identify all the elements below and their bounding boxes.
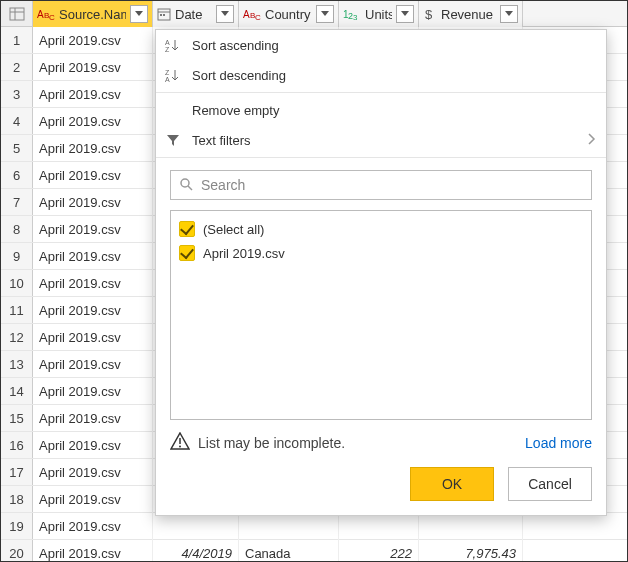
column-header-source-name[interactable]: ABC Source.Name xyxy=(33,1,153,27)
row-number[interactable]: 5 xyxy=(1,135,33,161)
cell-units[interactable] xyxy=(339,513,419,540)
cell-source[interactable]: April 2019.csv xyxy=(33,513,153,540)
svg-marker-15 xyxy=(321,11,329,16)
text-type-icon: ABC xyxy=(243,7,261,21)
row-number[interactable]: 17 xyxy=(1,459,33,485)
cell-source[interactable]: April 2019.csv xyxy=(33,297,153,324)
cell-source[interactable]: April 2019.csv xyxy=(33,27,153,54)
svg-rect-10 xyxy=(163,14,165,16)
text-filters-item[interactable]: Text filters xyxy=(156,125,606,155)
filter-value-row[interactable]: April 2019.csv xyxy=(179,241,583,265)
ok-button[interactable]: OK xyxy=(410,467,494,501)
cell-source[interactable]: April 2019.csv xyxy=(33,243,153,270)
chevron-down-icon xyxy=(221,11,229,17)
svg-point-27 xyxy=(181,179,189,187)
column-header-country[interactable]: ABC Country xyxy=(239,1,339,27)
cell-source[interactable]: April 2019.csv xyxy=(33,540,153,562)
svg-line-28 xyxy=(188,186,192,190)
cell-country[interactable] xyxy=(239,513,339,540)
check-label: (Select all) xyxy=(203,222,264,237)
load-more-link[interactable]: Load more xyxy=(525,435,592,451)
cell-source[interactable]: April 2019.csv xyxy=(33,486,153,513)
cell-source[interactable]: April 2019.csv xyxy=(33,351,153,378)
svg-marker-26 xyxy=(167,135,179,146)
row-number[interactable]: 3 xyxy=(1,81,33,107)
sort-descending-item[interactable]: ZA Sort descending xyxy=(156,60,606,90)
row-number[interactable]: 13 xyxy=(1,351,33,377)
filter-dropdown-panel: AZ Sort ascending ZA Sort descending Rem… xyxy=(155,29,607,516)
currency-type-icon: $ xyxy=(423,7,437,21)
cell-source[interactable]: April 2019.csv xyxy=(33,162,153,189)
cell-revenue[interactable] xyxy=(419,513,523,540)
row-number[interactable]: 9 xyxy=(1,243,33,269)
select-all-row[interactable]: (Select all) xyxy=(179,217,583,241)
cell-source[interactable]: April 2019.csv xyxy=(33,54,153,81)
cell-date[interactable]: 4/4/2019 xyxy=(153,540,239,562)
row-number[interactable]: 11 xyxy=(1,297,33,323)
chevron-down-icon xyxy=(135,11,143,17)
cell-units[interactable]: 222 xyxy=(339,540,419,562)
warning-icon xyxy=(170,432,190,453)
svg-rect-9 xyxy=(160,14,162,16)
filter-dropdown-button[interactable] xyxy=(316,5,334,23)
svg-text:A: A xyxy=(243,9,250,20)
column-header-revenue[interactable]: $ Revenue xyxy=(419,1,523,27)
row-number[interactable]: 4 xyxy=(1,108,33,134)
row-number[interactable]: 7 xyxy=(1,189,33,215)
svg-point-31 xyxy=(179,446,181,448)
cell-country[interactable]: Canada xyxy=(239,540,339,562)
cell-source[interactable]: April 2019.csv xyxy=(33,135,153,162)
search-input[interactable] xyxy=(199,176,583,194)
cell-source[interactable]: April 2019.csv xyxy=(33,324,153,351)
cell-source[interactable]: April 2019.csv xyxy=(33,459,153,486)
cell-revenue[interactable]: 7,975.43 xyxy=(419,540,523,562)
cell-source[interactable]: April 2019.csv xyxy=(33,405,153,432)
corner-header[interactable] xyxy=(1,1,33,26)
row-number[interactable]: 19 xyxy=(1,513,33,539)
column-label: Country xyxy=(265,7,312,22)
search-icon xyxy=(179,177,193,194)
cell-source[interactable]: April 2019.csv xyxy=(33,216,153,243)
row-number[interactable]: 10 xyxy=(1,270,33,296)
svg-marker-6 xyxy=(135,11,143,16)
text-type-icon: ABC xyxy=(37,7,55,21)
filter-dropdown-button[interactable] xyxy=(396,5,414,23)
row-number[interactable]: 12 xyxy=(1,324,33,350)
checkbox-checked-icon[interactable] xyxy=(179,245,195,261)
cell-source[interactable]: April 2019.csv xyxy=(33,432,153,459)
remove-empty-item[interactable]: Remove empty xyxy=(156,95,606,125)
dialog-buttons: OK Cancel xyxy=(170,467,592,501)
row-number[interactable]: 15 xyxy=(1,405,33,431)
cancel-button[interactable]: Cancel xyxy=(508,467,592,501)
menu-label: Remove empty xyxy=(192,103,279,118)
warning-text: List may be incomplete. xyxy=(198,435,345,451)
row-number[interactable]: 20 xyxy=(1,540,33,562)
chevron-down-icon xyxy=(321,11,329,17)
row-number[interactable]: 1 xyxy=(1,27,33,53)
cell-source[interactable]: April 2019.csv xyxy=(33,108,153,135)
row-number[interactable]: 8 xyxy=(1,216,33,242)
sort-ascending-item[interactable]: AZ Sort ascending xyxy=(156,30,606,60)
cell-source[interactable]: April 2019.csv xyxy=(33,270,153,297)
row-number[interactable]: 16 xyxy=(1,432,33,458)
svg-text:C: C xyxy=(49,13,55,21)
row-number[interactable]: 6 xyxy=(1,162,33,188)
table-row[interactable]: 20April 2019.csv4/4/2019Canada2227,975.4… xyxy=(1,540,627,562)
checkbox-checked-icon[interactable] xyxy=(179,221,195,237)
cell-source[interactable]: April 2019.csv xyxy=(33,189,153,216)
column-label: Date xyxy=(175,7,212,22)
filter-dropdown-button[interactable] xyxy=(500,5,518,23)
row-number[interactable]: 18 xyxy=(1,486,33,512)
row-number[interactable]: 14 xyxy=(1,378,33,404)
column-header-units[interactable]: 123 Units xyxy=(339,1,419,27)
cell-source[interactable]: April 2019.csv xyxy=(33,81,153,108)
filter-dropdown-button[interactable] xyxy=(216,5,234,23)
table-row[interactable]: 19April 2019.csv xyxy=(1,513,627,540)
filter-dropdown-button[interactable] xyxy=(130,5,148,23)
search-box[interactable] xyxy=(170,170,592,200)
cell-source[interactable]: April 2019.csv xyxy=(33,378,153,405)
filter-values-list[interactable]: (Select all) April 2019.csv xyxy=(170,210,592,420)
cell-date[interactable] xyxy=(153,513,239,540)
row-number[interactable]: 2 xyxy=(1,54,33,80)
column-header-date[interactable]: Date xyxy=(153,1,239,27)
